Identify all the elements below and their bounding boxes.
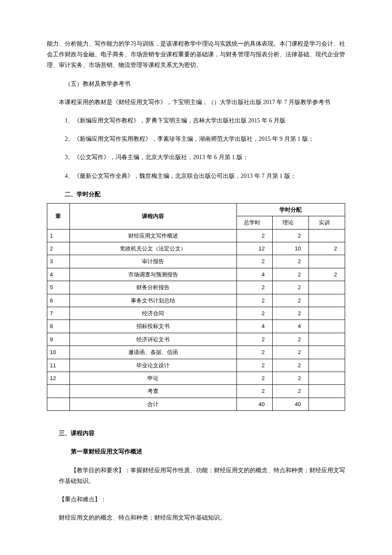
reference-3: 3、《公文写作》，冯春主编，北京大学出版社，2013 年 6 月第 1 版； <box>47 152 345 163</box>
cell-practice <box>309 385 345 398</box>
table-row: 11毕业论文设计22 <box>47 359 345 372</box>
cell-content: 邀请函、条据、信函 <box>69 346 236 359</box>
cell-practice <box>309 359 345 372</box>
cell-chapter: 9 <box>47 333 70 346</box>
cell-total: 2 <box>236 385 273 398</box>
header-content: 课程内容 <box>69 203 236 229</box>
table-row: 2党政机关公文（法定公文）12102 <box>47 242 345 255</box>
cell-theory: 40 <box>273 398 309 410</box>
cell-practice: 2 <box>309 268 345 281</box>
cell-total: 40 <box>236 398 273 410</box>
cell-theory: 2 <box>273 333 309 346</box>
table-row: 10邀请函、条据、信函22 <box>47 346 345 359</box>
cell-chapter: 11 <box>47 359 70 372</box>
cell-theory: 4 <box>273 320 309 333</box>
cell-theory: 2 <box>273 346 309 359</box>
cell-total: 2 <box>236 359 273 372</box>
cell-practice <box>309 294 345 307</box>
cell-practice <box>309 398 345 410</box>
table-row: 5财务分析报告22 <box>47 281 345 294</box>
intro-paragraph: 能力、分析能力、写作能力的学习与训练，是该课程教学中理论与实践统一的具体表现。本… <box>47 38 345 71</box>
table-row: 7经济合同22 <box>47 307 345 320</box>
chapter-1-goal: 【教学目的和要求】：掌握财经应用写作性质、功能；财经应用文的的概念、特点和种类；… <box>59 465 345 486</box>
cell-total: 2 <box>236 346 273 359</box>
table-row: 4市场调查与预测报告422 <box>47 268 345 281</box>
cell-total: 2 <box>236 333 273 346</box>
cell-chapter: 4 <box>47 268 70 281</box>
cell-practice <box>309 281 345 294</box>
cell-practice <box>309 307 345 320</box>
cell-content: 党政机关公文（法定公文） <box>69 242 236 255</box>
reference-4: 4、《最新公文写作全典》，魏世梅主编，北京联合出版公司出版，2013 年 7 月… <box>47 171 345 181</box>
cell-total: 2 <box>236 372 273 384</box>
cell-theory: 10 <box>273 242 309 255</box>
cell-practice: 2 <box>309 242 345 255</box>
cell-practice <box>309 255 345 268</box>
textbook-main: 本课程采用的教材是《财经应用文写作》，卞宝明主编，（）大学出版社出版 2017 … <box>47 97 345 108</box>
cell-theory: 2 <box>273 268 309 281</box>
table-row: 8招标投标文书44 <box>47 320 345 333</box>
cell-practice <box>309 333 345 346</box>
cell-practice <box>309 320 345 333</box>
cell-content: 市场调查与预测报告 <box>69 268 236 281</box>
cell-chapter: 7 <box>47 307 70 320</box>
cell-chapter: 1 <box>47 229 70 242</box>
cell-total: 2 <box>236 229 273 242</box>
table-row: 考查22 <box>47 385 345 398</box>
cell-content: 审计报告 <box>69 255 236 268</box>
cell-chapter: 10 <box>47 346 70 359</box>
cell-content: 招标投标文书 <box>69 320 236 333</box>
cell-theory: 2 <box>273 359 309 372</box>
cell-content: 经济诉讼文书 <box>69 333 236 346</box>
cell-chapter: 6 <box>47 294 70 307</box>
section-3-title: 三、课程内容 <box>47 428 345 439</box>
cell-practice <box>309 229 345 242</box>
cell-theory: 2 <box>273 294 309 307</box>
header-total: 总学时 <box>236 216 273 229</box>
cell-theory: 2 <box>273 307 309 320</box>
cell-chapter: 5 <box>47 281 70 294</box>
table-row: 9经济诉讼文书22 <box>47 333 345 346</box>
cell-practice <box>309 372 345 384</box>
cell-total: 2 <box>236 255 273 268</box>
table-row: 合计4040 <box>47 398 345 410</box>
table-row: 1财经应用文写作概述22 <box>47 229 345 242</box>
cell-content: 财经应用文写作概述 <box>69 229 236 242</box>
cell-content: 财务分析报告 <box>69 281 236 294</box>
chapter-1-key-label: 【重点和难点】： <box>47 494 345 505</box>
table-body: 1财经应用文写作概述222党政机关公文（法定公文）121023审计报告224市场… <box>47 229 345 410</box>
cell-content: 考查 <box>69 385 236 398</box>
cell-content: 事务文书计划总结 <box>69 294 236 307</box>
section-5-title: （五）教材及教学参考书 <box>47 78 345 89</box>
cell-chapter: 12 <box>47 372 70 384</box>
cell-content: 合计 <box>69 398 236 410</box>
hours-allocation-table: 章 课程内容 学时分配 总学时 理论 实训 1财经应用文写作概述222党政机关公… <box>47 203 345 411</box>
cell-total: 2 <box>236 307 273 320</box>
cell-total: 4 <box>236 268 273 281</box>
chapter-1-key-content: 财经应用文的的概念、特点和种类；财经应用文写作基础知识。 <box>47 512 345 523</box>
cell-content: 申论 <box>69 372 236 384</box>
cell-chapter: 2 <box>47 242 70 255</box>
chapter-1-title: 第一章财经应用文写作概述 <box>71 446 345 457</box>
cell-chapter <box>47 398 70 410</box>
cell-practice <box>309 346 345 359</box>
cell-chapter <box>47 385 70 398</box>
cell-total: 4 <box>236 320 273 333</box>
cell-theory: 2 <box>273 255 309 268</box>
header-chapter: 章 <box>47 203 70 229</box>
table-row: 3审计报告22 <box>47 255 345 268</box>
table-row: 6事务文书计划总结22 <box>47 294 345 307</box>
section-2-title: 二、学时分配 <box>65 189 345 200</box>
cell-total: 2 <box>236 281 273 294</box>
header-theory: 理论 <box>273 216 309 229</box>
table-row: 12申论22 <box>47 372 345 384</box>
header-alloc-group: 学时分配 <box>236 203 345 216</box>
cell-total: 12 <box>236 242 273 255</box>
cell-chapter: 3 <box>47 255 70 268</box>
cell-theory: 2 <box>273 229 309 242</box>
reference-2: 2、《新编应用文写作实用教程》，李素珍等主编，湖南师范大学出版社，2015 年 … <box>47 134 345 144</box>
cell-chapter: 8 <box>47 320 70 333</box>
cell-theory: 2 <box>273 281 309 294</box>
cell-total: 2 <box>236 294 273 307</box>
header-practice: 实训 <box>309 216 345 229</box>
